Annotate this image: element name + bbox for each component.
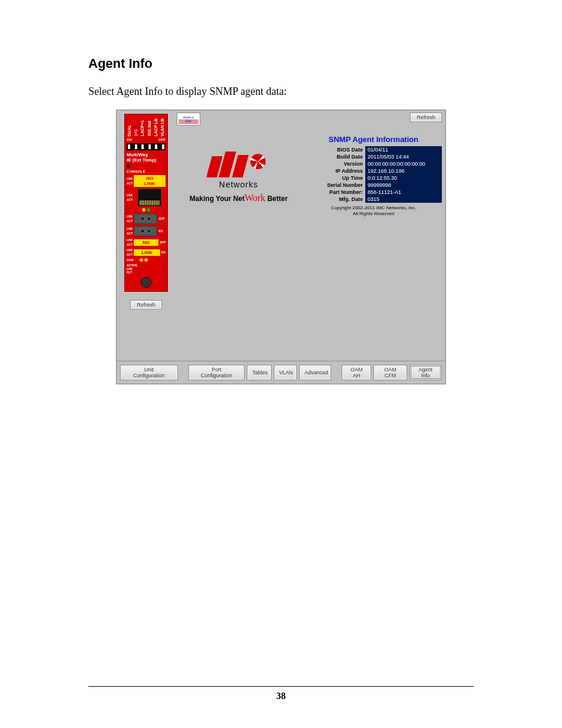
- led-strip: [127, 208, 166, 212]
- main-top-row: Made in USA Refresh: [177, 113, 442, 126]
- sfp-slot-icon: [134, 226, 157, 236]
- dip-switch-icon: [148, 144, 151, 149]
- lnk-label: LNK: [127, 227, 133, 230]
- port-side-label: SFP: [158, 217, 164, 220]
- dip-label-6: VLAN LB: [160, 118, 165, 136]
- dip-on-label: ON: [127, 138, 132, 141]
- tab-port-configuration[interactable]: Port Configuration: [189, 365, 245, 380]
- act-label: ACT: [127, 198, 133, 202]
- led-icon: [147, 208, 150, 212]
- info-value: 99999998: [365, 182, 442, 189]
- bottom-tab-bar: Unit Configuration Port Configuration Ta…: [117, 361, 445, 384]
- act-label: ACT: [127, 219, 133, 223]
- main-refresh-button[interactable]: Refresh: [410, 113, 442, 122]
- tab-oam-ah[interactable]: OAM AH: [342, 365, 371, 380]
- no-link-badge: NO LINK: [134, 175, 166, 187]
- port-side-leds: LNK ACT: [127, 193, 133, 202]
- snmp-info-panel: SNMP Agent Information BIOS Date01/04/11…: [305, 135, 442, 217]
- lnk-label: LNK: [127, 238, 133, 242]
- info-value: 0315: [365, 196, 442, 203]
- table-row: BIOS Date01/04/11: [305, 146, 442, 153]
- console-label: CONSOLE: [127, 170, 166, 173]
- oam-status-row: OAM: [127, 258, 166, 262]
- led-icon: [149, 258, 153, 262]
- info-label: BIOS Date: [305, 146, 365, 153]
- tab-advanced[interactable]: Advanced: [299, 365, 331, 380]
- table-row: IP Address192.168.10.196: [305, 167, 442, 174]
- product-name: MultiWay IE (Ext Temp): [127, 152, 166, 163]
- act-label: ACT: [127, 243, 133, 246]
- info-label: Version: [305, 160, 365, 167]
- info-label: Serial Number: [305, 182, 365, 189]
- dip-off-label: OFF: [158, 138, 166, 141]
- dip-switch-labels: DUAL 1+1 LACP+1 802.3ad LACP LB VLAN LB: [127, 116, 166, 136]
- status-badge-row: LNK ACT LINK RX: [127, 248, 166, 256]
- oam-sublabels: ACTIVE LNK FLT: [127, 263, 166, 274]
- copyright-text: Copyright 2002-2011 IMC Networks, Inc. A…: [305, 205, 442, 217]
- status-badge-row: LNK ACT NO SFP: [127, 238, 166, 246]
- lnk-label: LNK: [127, 248, 133, 252]
- app-window: DUAL 1+1 LACP+1 802.3ad LACP LB VLAN LB …: [116, 110, 446, 384]
- rj45-port-icon: [138, 189, 161, 206]
- ethernet-port-row: LNK ACT NO LINK: [127, 175, 166, 187]
- dip-switch-icon: [128, 144, 130, 149]
- dip-label-1: DUAL: [127, 125, 132, 136]
- info-label: Mfg. Date: [305, 196, 365, 203]
- tab-group-right: OAM AH OAM CFM Agent Info: [342, 365, 442, 380]
- led-icon: [135, 258, 138, 262]
- vendor-logo-box: Networks Making Your NetWork Better: [177, 135, 300, 203]
- table-row: Up Time0:0:12:55.30: [305, 174, 442, 182]
- sidebar-refresh-button[interactable]: Refresh: [130, 300, 162, 309]
- table-row: Part Number:858-11121-A1: [305, 189, 442, 196]
- tab-group-middle: Port Configuration Tables VLAN Advanced: [189, 365, 332, 380]
- port-side-leds: LNK ACT: [127, 215, 133, 223]
- info-value: 2011/05/03 14:44: [365, 153, 442, 160]
- port-side-leds: LNK ACT: [127, 248, 133, 256]
- content-row: Networks Making Your NetWork Better SNMP…: [177, 135, 442, 217]
- dip-switch-block: [127, 143, 166, 150]
- dip-switch-icon: [135, 144, 137, 149]
- tab-oam-cfm[interactable]: OAM CFM: [373, 365, 407, 380]
- info-value: 00:00:00:00:00:00:00:00: [365, 160, 442, 167]
- section-title: Agent Info: [88, 56, 474, 71]
- lnk-label: LNK: [127, 193, 133, 197]
- device-card: DUAL 1+1 LACP+1 802.3ad LACP LB VLAN LB …: [124, 114, 168, 292]
- dip-label-4: 802.3ad: [147, 121, 152, 136]
- led-icon: [144, 258, 148, 262]
- info-label: Build Date: [305, 153, 365, 160]
- ethernet-port-row: LNK ACT: [127, 189, 166, 206]
- lnk-label: LNK: [127, 215, 133, 218]
- info-value: 858-11121-A1: [365, 189, 442, 196]
- tab-tables[interactable]: Tables: [247, 365, 272, 380]
- info-value: 192.168.10.196: [365, 167, 442, 174]
- power-connector-icon: [141, 277, 151, 288]
- led-icon: [151, 208, 155, 212]
- info-value: 01/04/11: [365, 146, 442, 153]
- main-panel: Made in USA Refresh Networks Making: [176, 110, 445, 361]
- made-in-usa-badge: Made in USA: [177, 113, 200, 126]
- tab-unit-configuration[interactable]: Unit Configuration: [120, 365, 178, 380]
- led-icon: [140, 258, 143, 262]
- dip-label-5: LACP LB: [154, 118, 158, 136]
- app-top-area: DUAL 1+1 LACP+1 802.3ad LACP LB VLAN LB …: [117, 110, 445, 361]
- led-icon: [137, 208, 141, 212]
- imc-networks-logo: Networks: [209, 151, 268, 189]
- led-icon: [142, 208, 146, 212]
- dip-label-3: LACP+1: [140, 120, 145, 136]
- info-label: IP Address: [305, 167, 365, 174]
- snmp-info-table: BIOS Date01/04/11 Build Date2011/05/03 1…: [305, 146, 442, 203]
- oam-label: OAM: [127, 258, 134, 262]
- port-side-label: RX: [158, 229, 163, 233]
- port-side-label: SFP: [160, 241, 166, 244]
- no-badge: NO: [134, 239, 158, 246]
- tab-agent-info[interactable]: Agent Info: [409, 365, 442, 380]
- tab-vlan[interactable]: VLAN: [274, 365, 297, 380]
- dip-on-off-row: ON OFF: [127, 138, 166, 141]
- lnk-label: LNK: [127, 177, 133, 180]
- sfp-slot-icon: [134, 213, 157, 224]
- port-side-label: RX: [161, 251, 166, 254]
- sfp-port-row: LNK ACT RX: [127, 226, 166, 236]
- page-number: 38: [0, 691, 562, 701]
- dip-label-2: 1+1: [134, 129, 138, 136]
- dip-switch-icon: [141, 144, 144, 149]
